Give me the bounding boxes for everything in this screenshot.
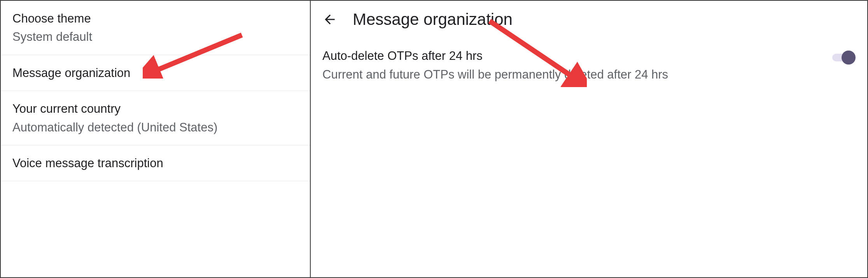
- settings-item-message-organization[interactable]: Message organization: [1, 55, 310, 91]
- settings-item-title: Voice message transcription: [12, 155, 298, 171]
- settings-item-subtitle: Automatically detected (United States): [12, 119, 298, 136]
- settings-list-panel: Choose theme System default Message orga…: [1, 1, 311, 277]
- option-auto-delete-otp[interactable]: Auto-delete OTPs after 24 hrs Current an…: [311, 40, 867, 92]
- option-text-block: Auto-delete OTPs after 24 hrs Current an…: [322, 47, 832, 84]
- settings-item-title: Your current country: [12, 100, 298, 117]
- option-subtitle: Current and future OTPs will be permanen…: [322, 66, 817, 84]
- message-organization-panel: Message organization Auto-delete OTPs af…: [311, 1, 867, 277]
- settings-item-voice-transcription[interactable]: Voice message transcription: [1, 145, 310, 181]
- settings-item-subtitle: System default: [12, 28, 298, 45]
- settings-item-country[interactable]: Your current country Automatically detec…: [1, 91, 310, 145]
- settings-item-title: Choose theme: [12, 10, 298, 27]
- page-title: Message organization: [353, 10, 513, 29]
- auto-delete-toggle[interactable]: [832, 51, 856, 65]
- toggle-thumb: [842, 51, 856, 65]
- option-title: Auto-delete OTPs after 24 hrs: [322, 47, 817, 64]
- back-button[interactable]: [322, 12, 337, 27]
- settings-item-title: Message organization: [12, 65, 298, 81]
- settings-item-theme[interactable]: Choose theme System default: [1, 1, 310, 55]
- arrow-back-icon: [322, 12, 337, 27]
- panel-header: Message organization: [311, 1, 867, 40]
